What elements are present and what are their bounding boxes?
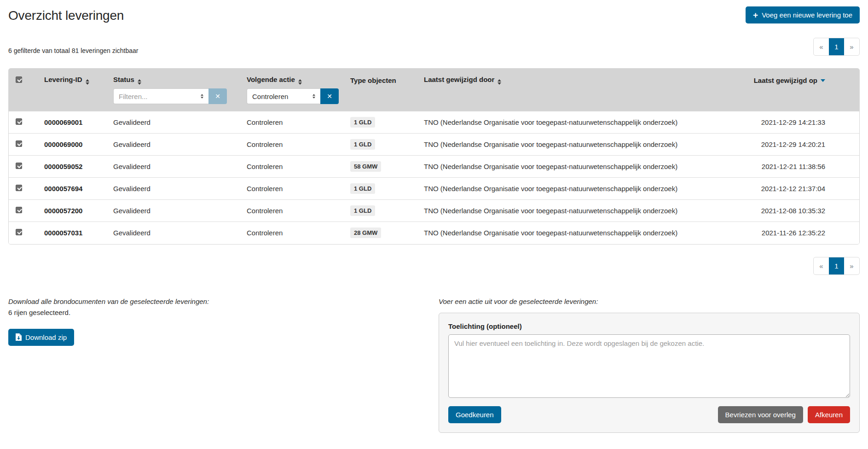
download-zip-label: Download zip (25, 333, 67, 341)
laatst-gewijzigd-door-cell: TNO (Nederlandse Organisatie voor toegep… (417, 134, 741, 156)
levering-id-cell: 0000059052 (37, 156, 106, 178)
table-header-row: Levering-ID Status Volgende actie Type o… (9, 69, 859, 86)
pagination-prev[interactable]: « (814, 257, 829, 274)
status-cell: Gevalideerd (106, 222, 240, 244)
pagination-page-1[interactable]: 1 (829, 257, 844, 274)
volgende-actie-filter-clear-button[interactable]: ✕ (320, 88, 339, 104)
status-filter-clear-button[interactable]: ✕ (208, 88, 227, 104)
levering-id-cell: 0000069001 (37, 111, 106, 134)
status-cell: Gevalideerd (106, 200, 240, 222)
toelichting-textarea[interactable] (448, 334, 850, 398)
status-filter: Filteren... ✕ (113, 88, 227, 104)
column-header-laatst-gewijzigd-op[interactable]: Laatst gewijzigd op (741, 69, 859, 86)
action-panel: Toelichting (optioneel) Goedkeuren Bevri… (439, 313, 860, 433)
laatst-gewijzigd-door-cell: TNO (Nederlandse Organisatie voor toegep… (417, 200, 741, 222)
type-objecten-badge: 1 GLD (350, 205, 375, 216)
volgende-actie-cell: Controleren (240, 156, 343, 178)
add-delivery-button[interactable]: + Voeg een nieuwe levering toe (746, 6, 860, 23)
row-checkbox[interactable] (16, 229, 22, 235)
laatst-gewijzigd-op-cell: 2021-12-29 14:21:33 (741, 111, 859, 134)
levering-id-cell: 0000057031 (37, 222, 106, 244)
pagination-prev[interactable]: « (814, 38, 829, 55)
laatst-gewijzigd-door-cell: TNO (Nederlandse Organisatie voor toegep… (417, 178, 741, 200)
laatst-gewijzigd-door-cell: TNO (Nederlandse Organisatie voor toegep… (417, 111, 741, 134)
sort-icon (498, 79, 501, 85)
type-objecten-badge: 28 GMW (350, 227, 381, 238)
row-checkbox[interactable] (16, 140, 22, 147)
toelichting-label: Toelichting (optioneel) (448, 322, 850, 330)
page-title: Overzicht leveringen (8, 6, 124, 23)
pagination-next[interactable]: » (844, 257, 859, 274)
laatst-gewijzigd-door-cell: TNO (Nederlandse Organisatie voor toegep… (417, 222, 741, 244)
status-cell: Gevalideerd (106, 134, 240, 156)
table-filter-row: Filteren... ✕ Controleren (9, 86, 859, 111)
pagination-top: « 1 » (813, 38, 860, 56)
action-buttons: Goedkeuren Bevriezen voor overleg Afkeur… (448, 406, 850, 423)
sort-icon (298, 79, 302, 85)
column-header-status[interactable]: Status (106, 69, 240, 86)
chevron-updown-icon (312, 94, 315, 99)
status-cell: Gevalideerd (106, 111, 240, 134)
pagination-bottom-row: « 1 » (8, 257, 860, 275)
volgende-actie-cell: Controleren (240, 178, 343, 200)
status-cell: Gevalideerd (106, 178, 240, 200)
row-checkbox[interactable] (16, 163, 22, 169)
laatst-gewijzigd-op-cell: 2021-12-29 14:20:21 (741, 134, 859, 156)
type-objecten-badge: 1 GLD (350, 183, 375, 194)
volgende-actie-cell: Controleren (240, 200, 343, 222)
action-section: Voer een actie uit voor de geselecteerde… (439, 297, 860, 433)
volgende-actie-filter: Controleren ✕ (247, 88, 339, 104)
status-filter-select[interactable]: Filteren... (113, 88, 208, 104)
clear-icon: ✕ (215, 93, 220, 100)
type-objecten-badge: 1 GLD (350, 117, 375, 128)
approve-button[interactable]: Goedkeuren (448, 406, 501, 423)
table-row: 0000069001 Gevalideerd Controleren 1 GLD… (9, 111, 859, 134)
table-row: 0000057200 Gevalideerd Controleren 1 GLD… (9, 200, 859, 222)
column-header-volgende-actie[interactable]: Volgende actie (240, 69, 343, 86)
page: Overzicht leveringen + Voeg een nieuwe l… (0, 0, 868, 442)
filter-summary: 6 gefilterde van totaal 81 leveringen zi… (8, 47, 139, 56)
clear-icon: ✕ (327, 93, 332, 100)
chevron-updown-icon (201, 94, 203, 99)
table-row: 0000057694 Gevalideerd Controleren 1 GLD… (9, 178, 859, 200)
plus-icon: + (753, 11, 758, 19)
download-section: Download alle brondocumenten van de gese… (8, 297, 439, 346)
row-checkbox[interactable] (16, 185, 22, 191)
laatst-gewijzigd-op-cell: 2021-12-08 10:35:32 (741, 200, 859, 222)
pagination-next[interactable]: » (844, 38, 859, 55)
reject-button[interactable]: Afkeuren (808, 406, 850, 423)
download-zip-button[interactable]: Download zip (8, 329, 74, 346)
column-header-type-objecten: Type objecten (343, 69, 417, 86)
status-cell: Gevalideerd (106, 156, 240, 178)
volgende-actie-cell: Controleren (240, 134, 343, 156)
laatst-gewijzigd-op-cell: 2021-11-26 12:35:22 (741, 222, 859, 244)
pagination-bottom: « 1 » (813, 257, 860, 275)
levering-id-cell: 0000057694 (37, 178, 106, 200)
levering-id-cell: 0000057200 (37, 200, 106, 222)
pagination-page-1[interactable]: 1 (829, 38, 844, 55)
type-objecten-badge: 1 GLD (350, 139, 375, 150)
sort-icon (138, 79, 141, 85)
add-delivery-button-label: Voeg een nieuwe levering toe (762, 11, 852, 19)
table-row: 0000057031 Gevalideerd Controleren 28 GM… (9, 222, 859, 244)
row-checkbox[interactable] (16, 118, 22, 125)
column-header-levering-id[interactable]: Levering-ID (37, 69, 106, 86)
column-header-laatst-gewijzigd-door[interactable]: Laatst gewijzigd door (417, 69, 741, 86)
laatst-gewijzigd-door-cell: TNO (Nederlandse Organisatie voor toegep… (417, 156, 741, 178)
download-instruction: Download alle brondocumenten van de gese… (8, 297, 425, 305)
volgende-actie-cell: Controleren (240, 111, 343, 134)
freeze-button[interactable]: Bevriezen voor overleg (718, 406, 803, 423)
laatst-gewijzigd-op-cell: 2021-12-12 21:37:04 (741, 178, 859, 200)
volgende-actie-filter-select[interactable]: Controleren (247, 88, 320, 104)
top-bar: Overzicht leveringen + Voeg een nieuwe l… (8, 6, 860, 23)
deliveries-table: Levering-ID Status Volgende actie Type o… (8, 68, 860, 245)
download-file-icon (16, 333, 22, 341)
bottom-section: Download alle brondocumenten van de gese… (8, 297, 860, 433)
table-row: 0000059052 Gevalideerd Controleren 58 GM… (9, 156, 859, 178)
volgende-actie-cell: Controleren (240, 222, 343, 244)
sort-descending-icon (821, 79, 825, 82)
select-all-checkbox[interactable] (16, 76, 22, 83)
row-checkbox[interactable] (16, 207, 22, 213)
selected-rows-count: 6 rijen geselecteerd. (8, 309, 425, 316)
laatst-gewijzigd-op-cell: 2021-12-21 11:38:56 (741, 156, 859, 178)
